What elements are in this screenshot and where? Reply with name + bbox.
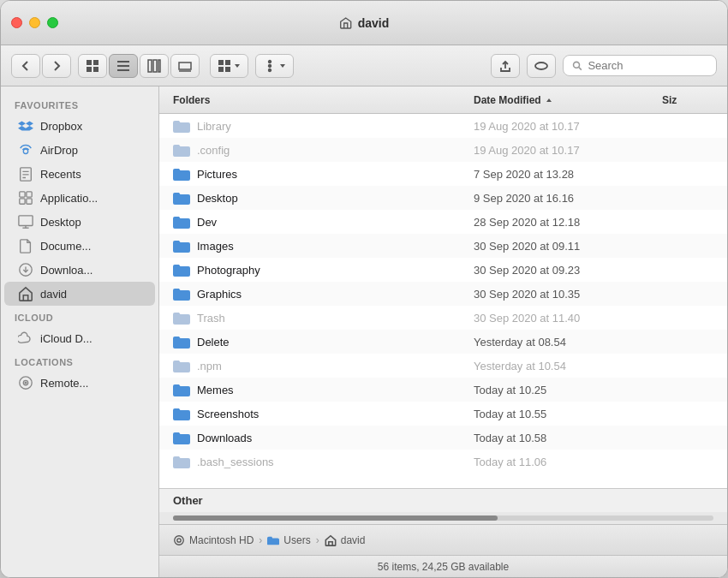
window-title: david — [339, 16, 390, 30]
folder-icon — [173, 431, 190, 444]
table-row[interactable]: .bash_sessions Today at 11.06 — [159, 450, 727, 474]
forward-button[interactable] — [42, 54, 71, 78]
sidebar-item-remote[interactable]: Remote... — [4, 371, 155, 395]
window-title-text: david — [358, 16, 390, 30]
desktop-icon — [18, 214, 33, 229]
svg-rect-13 — [225, 60, 230, 65]
folders-header[interactable]: Folders — [173, 94, 474, 106]
folder-small-icon — [267, 534, 279, 546]
svg-rect-7 — [148, 60, 152, 72]
file-date: 9 Sep 2020 at 16.16 — [474, 192, 662, 205]
table-row[interactable]: Images 30 Sep 2020 at 09.11 — [159, 234, 727, 258]
file-date: Today at 10.58 — [474, 432, 662, 444]
back-button[interactable] — [11, 54, 40, 78]
sidebar-item-desktop[interactable]: Desktop — [4, 210, 155, 234]
svg-line-24 — [579, 67, 582, 69]
file-name: Photography — [197, 264, 474, 277]
icon-view-button[interactable] — [78, 54, 107, 78]
svg-rect-33 — [27, 199, 32, 204]
file-name: Graphics — [197, 288, 474, 301]
content-area: Folders Date Modified Siz Library 19 — [159, 86, 727, 577]
file-name: Library — [197, 120, 474, 133]
sidebar-section-favourites: Favourites — [1, 93, 158, 114]
file-name: Desktop — [197, 192, 474, 205]
table-row[interactable]: Photography 30 Sep 2020 at 09.23 — [159, 258, 727, 282]
column-view-button[interactable] — [140, 54, 169, 78]
view-buttons — [78, 54, 200, 78]
table-row[interactable]: .npm Yesterday at 10.54 — [159, 354, 727, 378]
file-date: 7 Sep 2020 at 13.28 — [474, 168, 662, 181]
sidebar-item-label: Applicatio... — [40, 192, 98, 205]
file-date: 19 Aug 2020 at 10.17 — [474, 120, 662, 133]
table-row[interactable]: Trash 30 Sep 2020 at 11.40 — [159, 306, 727, 330]
sidebar-section-icloud: iCloud — [1, 306, 158, 326]
search-box[interactable] — [563, 55, 717, 76]
applications-icon — [18, 190, 33, 206]
table-row[interactable]: Downloads Today at 10.58 — [159, 426, 727, 450]
table-row[interactable]: Graphics 30 Sep 2020 at 10.35 — [159, 282, 727, 306]
sidebar-item-label: david — [40, 288, 67, 301]
breadcrumb-david[interactable]: david — [325, 534, 366, 546]
svg-point-22 — [535, 63, 547, 69]
tag-button[interactable] — [527, 54, 556, 78]
breadcrumb-sep-1: › — [259, 534, 262, 546]
status-text: 56 items, 24,25 GB available — [378, 561, 509, 573]
sidebar-item-airdrop[interactable]: AirDrop — [4, 138, 155, 162]
table-row[interactable]: Library 19 Aug 2020 at 10.17 — [159, 114, 727, 138]
folder-icon — [173, 239, 190, 253]
home-icon — [339, 16, 353, 30]
table-row[interactable]: Desktop 9 Sep 2020 at 16.16 — [159, 186, 727, 210]
sidebar-item-applications[interactable]: Applicatio... — [4, 186, 155, 210]
scrollbar-area[interactable] — [159, 512, 727, 524]
folder-icon — [173, 359, 190, 372]
file-date: Yesterday at 08.54 — [474, 336, 662, 349]
svg-rect-1 — [93, 60, 98, 65]
sidebar-item-downloads[interactable]: Downloa... — [4, 258, 155, 282]
date-modified-header[interactable]: Date Modified — [474, 94, 662, 106]
sidebar-item-dropbox[interactable]: Dropbox — [4, 114, 155, 138]
table-row[interactable]: Screenshots Today at 10.55 — [159, 402, 727, 426]
file-name: Downloads — [197, 432, 474, 444]
file-name: Images — [197, 240, 474, 253]
table-row[interactable]: Memes Today at 10.25 — [159, 378, 727, 402]
breadcrumb-macintosh-hd[interactable]: Macintosh HD — [173, 534, 254, 546]
svg-rect-32 — [20, 199, 25, 204]
sidebar-item-recents[interactable]: Recents — [4, 162, 155, 186]
sidebar-item-david[interactable]: david — [4, 282, 155, 306]
svg-rect-30 — [20, 192, 25, 197]
folder-icon — [173, 287, 190, 301]
file-name: .npm — [197, 360, 474, 372]
table-row[interactable]: .config 19 Aug 2020 at 10.17 — [159, 138, 727, 162]
folder-icon — [173, 119, 190, 133]
search-input[interactable] — [588, 59, 707, 72]
folder-icon — [173, 335, 190, 349]
sidebar-item-documents[interactable]: Docume... — [4, 234, 155, 258]
file-name: Pictures — [197, 168, 474, 181]
scrollbar-thumb[interactable] — [173, 515, 498, 521]
actions-button[interactable] — [255, 54, 294, 78]
maximize-button[interactable] — [47, 17, 58, 28]
close-button[interactable] — [11, 17, 22, 28]
svg-point-19 — [269, 69, 271, 70]
cover-flow-button[interactable] — [170, 54, 200, 78]
file-date: 28 Sep 2020 at 12.18 — [474, 216, 662, 229]
svg-rect-31 — [27, 192, 32, 197]
table-row[interactable]: Delete Yesterday at 08.54 — [159, 330, 727, 354]
svg-point-25 — [23, 149, 27, 153]
svg-point-23 — [574, 62, 580, 68]
minimize-button[interactable] — [29, 17, 40, 28]
svg-rect-6 — [117, 69, 129, 71]
svg-marker-20 — [280, 64, 285, 68]
list-view-button[interactable] — [109, 54, 138, 78]
table-row[interactable]: Pictures 7 Sep 2020 at 13.28 — [159, 162, 727, 186]
size-header[interactable]: Siz — [662, 94, 713, 106]
group-button[interactable] — [210, 54, 248, 78]
table-row[interactable]: Dev 28 Sep 2020 at 12.18 — [159, 210, 727, 234]
folder-icon — [173, 311, 190, 325]
main-area: Favourites Dropbox AirDrop — [1, 86, 727, 577]
sidebar-item-icloud-drive[interactable]: iCloud D... — [4, 326, 155, 350]
breadcrumb-users[interactable]: Users — [267, 534, 310, 546]
disk-small-icon — [173, 534, 185, 546]
nav-buttons — [11, 54, 71, 78]
share-button[interactable] — [491, 54, 520, 78]
